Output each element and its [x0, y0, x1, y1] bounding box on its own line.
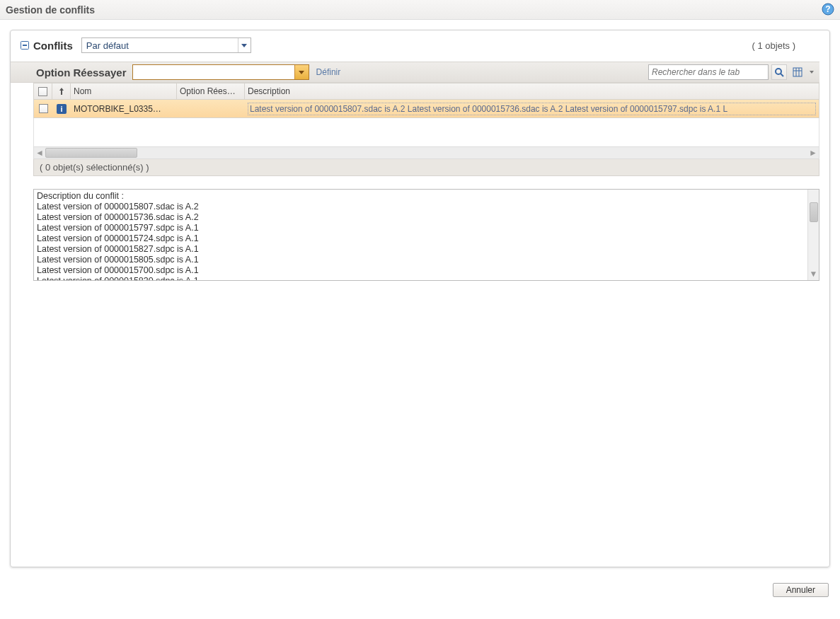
cancel-button[interactable]: Annuler — [773, 583, 829, 597]
conflicts-grid: Nom Option Rées… Description i MOTORBIKE… — [33, 83, 819, 176]
detail-line: Latest version of 0000015797.sdpc is A.1 — [37, 223, 805, 233]
column-header-option[interactable]: Option Rées… — [177, 83, 245, 99]
search-button[interactable] — [771, 64, 787, 80]
scroll-down-button[interactable]: ▼ — [810, 269, 818, 280]
footer: Annuler — [0, 577, 840, 607]
title-bar: Gestion de conflits ? — [0, 0, 840, 20]
search-input[interactable] — [649, 67, 748, 77]
retry-option-dropdown-button[interactable] — [294, 65, 309, 79]
svg-text:i: i — [60, 105, 62, 113]
chevron-down-icon — [810, 71, 814, 74]
chevron-down-icon — [299, 71, 304, 74]
section-title: Conflits — [33, 40, 73, 52]
select-all-header[interactable] — [34, 83, 52, 99]
view-selector-value: Par défaut — [82, 40, 133, 51]
svg-rect-6 — [793, 68, 802, 76]
define-link[interactable]: Définir — [316, 67, 341, 77]
sort-column-header[interactable] — [52, 83, 71, 99]
arrow-up-icon — [59, 87, 64, 96]
table-columns-icon — [793, 67, 802, 77]
row-checkbox-cell[interactable] — [34, 100, 52, 117]
horizontal-scrollbar[interactable]: ◄ ► — [33, 146, 819, 159]
chevron-down-icon — [241, 44, 247, 47]
row-type-icon-cell: i — [52, 100, 71, 117]
retry-option-combo[interactable] — [132, 64, 309, 80]
detail-line: Latest version of 0000015724.sdpc is A.1 — [37, 233, 805, 244]
conflict-dialog: Gestion de conflits ? Conflits Par défau… — [0, 0, 840, 607]
svg-line-5 — [781, 74, 783, 76]
detail-line: Latest version of 0000015736.sdac is A.2 — [37, 212, 805, 223]
checkbox-icon — [38, 87, 47, 96]
toolbar: Option Réessayer Définir — [11, 62, 819, 83]
collapse-icon[interactable] — [21, 41, 29, 50]
row-option — [177, 100, 245, 117]
view-selector-dropdown-button[interactable] — [238, 38, 251, 52]
search-icon — [774, 67, 784, 77]
retry-option-label: Option Réessayer — [36, 66, 127, 79]
row-description: Latest version of 0000015807.sdac is A.2… — [248, 103, 816, 115]
detail-header: Description du conflit : — [37, 191, 805, 202]
checkbox-icon — [39, 104, 48, 113]
grid-empty-area — [33, 118, 819, 146]
object-count: ( 1 objets ) — [752, 40, 819, 51]
table-row[interactable]: i MOTORBIKE_L0335… Latest version of 000… — [33, 100, 819, 118]
view-selector-combo[interactable]: Par défaut — [81, 37, 251, 53]
grid-header-row: Nom Option Rées… Description — [33, 83, 819, 100]
conflict-detail-box: Description du conflit : Latest version … — [33, 189, 819, 281]
columns-menu-button[interactable] — [808, 64, 815, 80]
search-box — [648, 64, 769, 80]
section-header: Conflits Par défaut ( 1 objets ) — [11, 37, 829, 57]
detail-line: Latest version of 0000015700.sdpc is A.1 — [37, 265, 805, 276]
detail-line: Latest version of 0000015807.sdac is A.2 — [37, 202, 805, 212]
scroll-thumb[interactable] — [810, 202, 818, 222]
scroll-thumb[interactable] — [45, 148, 137, 158]
help-icon[interactable]: ? — [822, 3, 834, 16]
row-description-cell: Latest version of 0000015807.sdac is A.2… — [245, 100, 819, 117]
svg-point-4 — [776, 69, 781, 74]
retry-option-value — [133, 65, 294, 79]
detail-line: Latest version of 0000015827.sdpc is A.1 — [37, 244, 805, 255]
detail-line: Latest version of 0000015830.sdpc is A.1 — [37, 276, 805, 280]
column-header-description[interactable]: Description — [245, 83, 819, 99]
columns-button[interactable] — [790, 64, 805, 80]
vertical-scrollbar[interactable]: ▼ — [807, 190, 819, 280]
row-nom: MOTORBIKE_L0335… — [71, 100, 177, 117]
detail-line: Latest version of 0000015805.sdpc is A.1 — [37, 255, 805, 265]
toolbar-right — [648, 64, 815, 80]
scroll-left-button[interactable]: ◄ — [34, 147, 45, 158]
info-icon: i — [56, 103, 67, 115]
selection-status-bar: ( 0 objet(s) sélectionné(s) ) — [33, 159, 819, 176]
column-header-nom[interactable]: Nom — [71, 83, 177, 99]
conflict-detail-text: Description du conflit : Latest version … — [34, 190, 807, 280]
window-title: Gestion de conflits — [6, 4, 95, 16]
scroll-right-button[interactable]: ► — [807, 147, 819, 158]
svg-text:?: ? — [825, 4, 830, 14]
main-panel: Conflits Par défaut ( 1 objets ) Option … — [10, 30, 830, 567]
svg-rect-3 — [23, 45, 27, 46]
